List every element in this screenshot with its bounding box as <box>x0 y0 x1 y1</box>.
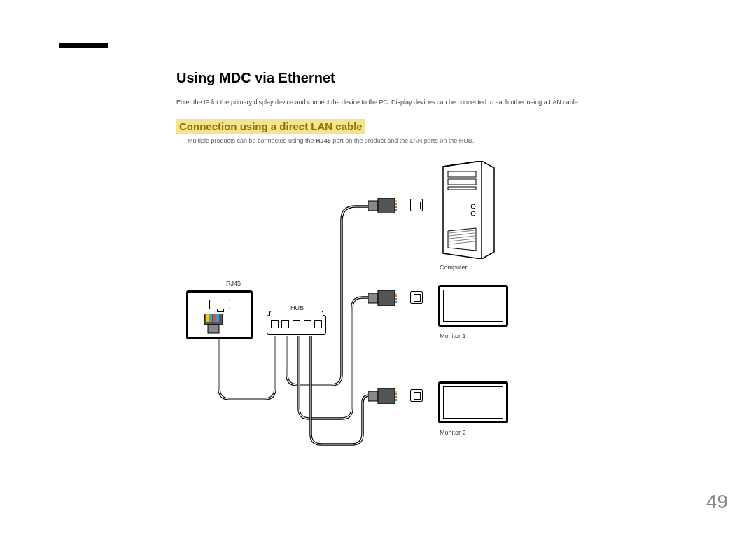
computer-label: Computer <box>440 264 468 271</box>
svg-rect-25 <box>395 295 397 297</box>
rj45-connector-computer-icon <box>368 198 403 213</box>
svg-rect-3 <box>213 314 216 322</box>
svg-rect-21 <box>395 209 397 211</box>
monitor1-icon <box>438 285 508 327</box>
rj45-device-icon <box>186 290 253 339</box>
page-number: 49 <box>706 491 728 513</box>
monitor2-lan-port-icon <box>410 389 423 402</box>
computer-tower-icon <box>440 161 497 259</box>
monitor1-label: Monitor 1 <box>440 332 466 339</box>
svg-rect-6 <box>448 171 476 177</box>
svg-rect-2 <box>209 314 212 322</box>
svg-rect-19 <box>395 203 397 205</box>
section-subheading: Connection using a direct LAN cable <box>176 119 365 134</box>
connection-diagram: .cable { fill:none; stroke:#000; stroke-… <box>188 157 524 451</box>
svg-rect-24 <box>395 293 397 295</box>
note-part2: port on the product and the LAN ports on… <box>331 137 475 144</box>
svg-rect-8 <box>448 187 476 190</box>
svg-rect-7 <box>448 179 476 185</box>
rj45-connector-monitor2-icon <box>368 388 403 404</box>
rj45-plugged-connector-icon <box>202 314 225 338</box>
svg-rect-20 <box>395 206 397 208</box>
svg-rect-31 <box>395 393 397 395</box>
monitor2-label: Monitor 2 <box>440 429 466 436</box>
note-text: Multiple products can be connected using… <box>188 137 728 144</box>
svg-rect-5 <box>208 325 219 333</box>
svg-rect-17 <box>378 198 395 213</box>
note-bold-term: RJ45 <box>316 137 331 144</box>
svg-rect-23 <box>378 290 395 306</box>
rj45-connector-monitor1-icon <box>368 290 403 306</box>
svg-rect-4 <box>216 314 219 322</box>
note-marker: ― <box>176 135 185 146</box>
page-title: Using MDC via Ethernet <box>176 70 335 86</box>
monitor1-lan-port-icon <box>410 291 423 304</box>
computer-lan-port-icon <box>410 199 423 211</box>
svg-rect-16 <box>368 201 378 211</box>
monitor2-icon <box>438 381 508 423</box>
note-part1: Multiple products can be connected using… <box>188 137 316 144</box>
svg-point-9 <box>471 204 475 209</box>
svg-point-10 <box>471 211 475 216</box>
rj45-label: RJ45 <box>226 280 241 287</box>
intro-paragraph: Enter the IP for the primary display dev… <box>176 98 728 107</box>
rj45-port-icon <box>209 300 230 309</box>
svg-rect-32 <box>395 396 397 398</box>
svg-rect-26 <box>395 298 397 300</box>
svg-rect-27 <box>395 301 397 303</box>
svg-rect-33 <box>395 399 397 401</box>
svg-rect-29 <box>378 388 395 404</box>
svg-rect-1 <box>206 314 209 322</box>
svg-rect-22 <box>368 293 378 303</box>
svg-rect-30 <box>395 391 397 393</box>
svg-rect-18 <box>395 200 397 202</box>
hub-device-icon <box>267 315 326 335</box>
header-divider-line <box>59 48 728 48</box>
svg-rect-28 <box>368 391 378 401</box>
